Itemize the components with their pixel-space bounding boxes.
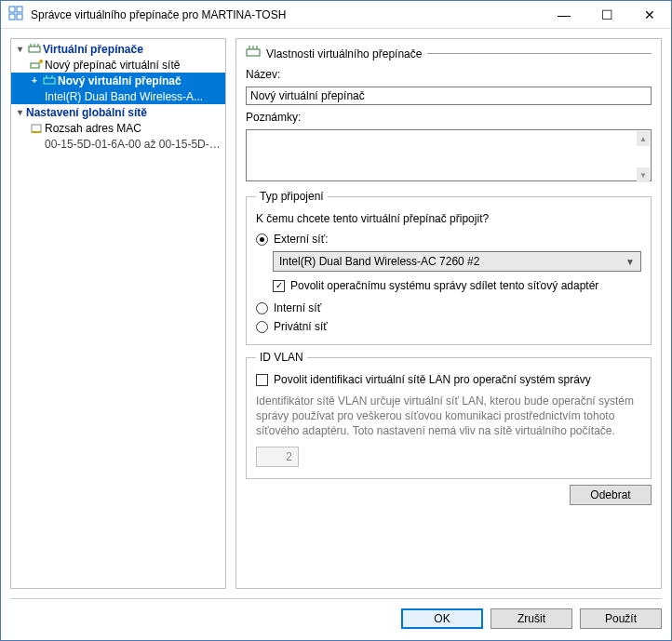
- tree-label: Nový přepínač virtuální sítě: [45, 59, 180, 72]
- radio-internal-row[interactable]: Interní síť: [256, 301, 641, 314]
- apply-button[interactable]: Použít: [580, 608, 662, 629]
- tree-label: Rozsah adres MAC: [45, 122, 141, 135]
- radio-internal[interactable]: [256, 302, 268, 314]
- connection-question: K čemu chcete tento virtuální přepínač p…: [256, 212, 641, 225]
- tree-item-mac-range-value[interactable]: 00-15-5D-01-6A-00 až 00-15-5D-0...: [11, 136, 225, 152]
- radio-private-row[interactable]: Privátní síť: [256, 320, 641, 333]
- nav-tree[interactable]: ▾ Virtuální přepínače Nový přepínač virt…: [10, 38, 226, 589]
- minimize-button[interactable]: —: [543, 1, 585, 28]
- name-input[interactable]: [246, 87, 652, 105]
- name-label: Název:: [246, 68, 652, 81]
- vlan-enable-row[interactable]: Povolit identifikaci virtuální sítě LAN …: [256, 373, 641, 386]
- app-icon: [8, 6, 23, 23]
- switch-icon: [41, 74, 58, 87]
- checkbox-vlan-enable-label: Povolit identifikaci virtuální sítě LAN …: [274, 373, 591, 386]
- scroll-down-icon[interactable]: ▼: [637, 167, 650, 182]
- collapse-icon[interactable]: ▾: [13, 44, 26, 54]
- svg-rect-2: [9, 14, 15, 20]
- tree-label: Nastavení globální sítě: [26, 106, 147, 119]
- new-switch-icon: [28, 59, 45, 72]
- tree-section-global-settings[interactable]: ▾ Nastavení globální sítě: [11, 104, 225, 120]
- svg-rect-8: [31, 63, 39, 68]
- switch-icon: [246, 45, 261, 62]
- properties-title: Vlastnosti virtuálního přepínače: [266, 47, 422, 60]
- tree-label: Nový virtuální přepínač: [58, 74, 181, 87]
- notes-label: Poznámky:: [246, 111, 652, 124]
- adapter-select[interactable]: Intel(R) Dual Band Wireless-AC 7260 #2 ▼: [273, 251, 641, 272]
- tree-label: 00-15-5D-01-6A-00 až 00-15-5D-0...: [45, 138, 223, 151]
- radio-external-row[interactable]: Externí síť:: [256, 233, 641, 246]
- connection-type-fieldset: Typ připojení K čemu chcete tento virtuá…: [246, 190, 652, 345]
- vlan-description: Identifikátor sítě VLAN určuje virtuální…: [256, 394, 641, 439]
- svg-rect-16: [247, 49, 260, 56]
- svg-rect-11: [44, 78, 55, 84]
- tree-section-virtual-switches[interactable]: ▾ Virtuální přepínače: [11, 41, 225, 57]
- nic-icon: [28, 122, 45, 135]
- checkbox-allow-mgmt[interactable]: [273, 280, 285, 292]
- window-title: Správce virtuálního přepínače pro MARTIN…: [31, 8, 543, 21]
- svg-rect-0: [9, 7, 15, 12]
- cancel-button[interactable]: Zrušit: [491, 608, 572, 629]
- scroll-up-icon[interactable]: ▲: [637, 131, 650, 146]
- svg-rect-3: [17, 14, 22, 20]
- collapse-icon[interactable]: ▾: [13, 107, 26, 117]
- checkbox-allow-mgmt-label: Povolit operačnímu systému správy sdílet…: [290, 279, 598, 292]
- adapter-selected-value: Intel(R) Dual Band Wireless-AC 7260 #2: [279, 255, 479, 268]
- tree-item-new-switch-net[interactable]: Nový přepínač virtuální sítě: [11, 57, 225, 73]
- content-area: ▾ Virtuální přepínače Nový přepínač virt…: [1, 29, 671, 598]
- allow-mgmt-row[interactable]: Povolit operačnímu systému správy sdílet…: [273, 279, 641, 292]
- svg-rect-4: [29, 47, 40, 52]
- vlan-id-input: 2: [256, 447, 299, 467]
- properties-panel: Vlastnosti virtuálního přepínače Název: …: [235, 38, 662, 589]
- window-controls: — ☐ ✕: [543, 1, 671, 28]
- ok-button[interactable]: OK: [401, 608, 483, 629]
- vlan-legend: ID VLAN: [256, 351, 307, 364]
- tree-label: Virtuální přepínače: [43, 43, 143, 56]
- close-button[interactable]: ✕: [628, 1, 671, 28]
- checkbox-vlan-enable[interactable]: [256, 374, 268, 386]
- radio-external[interactable]: [256, 234, 268, 246]
- tree-label: Intel(R) Dual Band Wireless-A...: [45, 90, 203, 103]
- vlan-fieldset: ID VLAN Povolit identifikaci virtuální s…: [246, 351, 652, 479]
- svg-rect-1: [17, 7, 22, 12]
- remove-button[interactable]: Odebrat: [570, 485, 652, 505]
- tree-item-new-virtual-switch[interactable]: + Nový virtuální přepínač: [11, 73, 225, 88]
- header-divider: [427, 53, 652, 54]
- virtual-switch-manager-window: Správce virtuálního přepínače pro MARTIN…: [0, 0, 672, 641]
- expand-icon[interactable]: +: [28, 75, 41, 86]
- tree-item-mac-range[interactable]: Rozsah adres MAC: [11, 120, 225, 136]
- notes-textarea[interactable]: [246, 129, 652, 181]
- radio-private[interactable]: [256, 321, 268, 333]
- titlebar: Správce virtuálního přepínače pro MARTIN…: [1, 1, 671, 29]
- properties-header: Vlastnosti virtuálního přepínače: [246, 45, 652, 62]
- maximize-button[interactable]: ☐: [585, 1, 628, 28]
- dialog-button-bar: OK Zrušit Použít: [10, 598, 662, 640]
- radio-external-label: Externí síť:: [274, 233, 329, 246]
- connection-type-legend: Typ připojení: [256, 190, 328, 203]
- radio-private-label: Privátní síť: [274, 320, 328, 333]
- switches-icon: [26, 43, 43, 56]
- svg-rect-14: [32, 125, 41, 132]
- tree-item-new-virtual-switch-sub[interactable]: Intel(R) Dual Band Wireless-A...: [11, 88, 225, 104]
- chevron-down-icon: ▼: [625, 257, 635, 267]
- radio-internal-label: Interní síť: [274, 301, 321, 314]
